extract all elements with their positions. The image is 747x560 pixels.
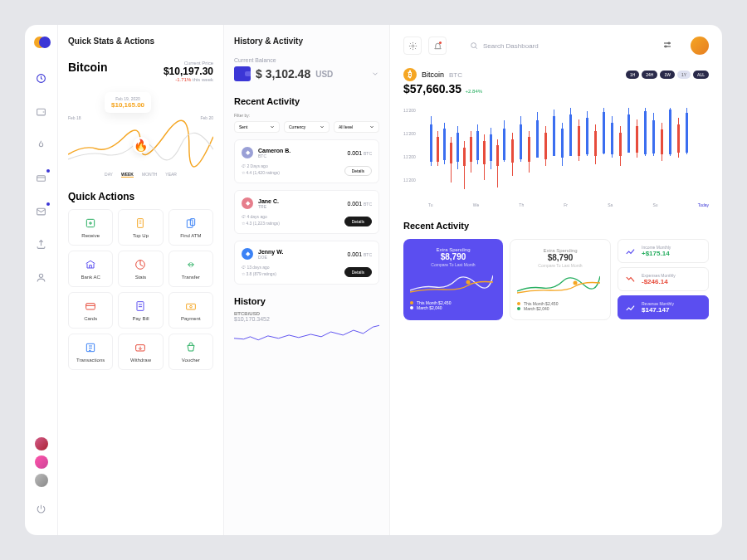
activity-item: ◆Jane C.TRE0.001 BTC⏱ 4 days ago☆ 4.3 (1… [234,190,379,234]
quick-stats-panel: Quick Stats & Actions Bitcoin Current Pr… [58,25,224,535]
chart-up-icon [625,246,637,257]
main-panel: Search Dashboard ₿ Bitcoin BTC 1H 24H 1W… [390,25,722,535]
history-chart: BTCB/USD $10,170.3452 [234,311,379,347]
nav-dashboard-icon[interactable] [32,68,51,88]
quick-action-voucher[interactable]: Voucher [168,334,213,370]
bell-icon[interactable] [428,37,447,55]
asset-header: ₿ Bitcoin BTC 1H 24H 1W 1Y ALL [403,68,709,81]
quick-action-bank-ac[interactable]: Bank AC [68,251,113,287]
income-card[interactable]: Income Monthly+$175.14 [618,239,709,263]
panel-title: History & Activity [234,37,379,46]
svg-point-21 [574,281,578,285]
chevron-down-icon[interactable] [371,66,379,81]
price-change: -1.71% [175,77,191,82]
flame-icon: 🔥 [134,139,148,152]
asset-price: $57,660.35 [403,82,461,95]
balance-currency: USD [315,70,333,79]
quick-action-top-up[interactable]: Top Up [118,209,163,246]
svg-point-13 [189,305,192,308]
history-title: History [234,296,379,306]
search-input[interactable]: Search Dashboard [470,41,539,50]
nav-card-icon[interactable] [32,168,51,187]
svg-rect-2 [37,175,46,181]
time-pill[interactable]: 1H [626,71,639,79]
chart-up-icon [625,302,637,314]
svg-rect-10 [86,304,95,309]
avatar[interactable] [35,455,48,469]
filter-dropdown[interactable]: All level [334,121,379,133]
current-price: $10,197.30 [164,66,213,77]
quick-action-stats[interactable]: Stats [118,251,163,287]
time-pill[interactable]: ALL [693,71,709,79]
svg-point-4 [39,274,42,277]
quick-action-find-atm[interactable]: Find ATM [168,209,213,246]
spending-card[interactable]: Extra Spending $8,790 Compare To Last Mo… [510,239,611,320]
recent-activity-title: Recent Activity [403,221,709,231]
bitcoin-icon: ₿ [403,68,417,81]
activity-item: ◆Cameron B.BTC0.001 BTC⏱ 2 Days ago☆ 4.4… [234,139,379,183]
expenses-card[interactable]: Expenses Monthly-$246.14 [618,267,709,291]
history-panel: History & Activity Current Balance $ 3,1… [224,25,390,535]
quick-actions-title: Quick Actions [68,191,213,202]
sidebar-avatars [35,437,48,487]
range-tabs: DAY WEEK MONTH YEAR [68,172,213,178]
nav-user-icon[interactable] [32,267,51,287]
summary-cards: Income Monthly+$175.14 Expenses Monthly-… [618,239,709,320]
range-tab[interactable]: WEEK [121,172,134,178]
range-tab[interactable]: YEAR [165,172,177,178]
recent-activity-title: Recent Activity [234,96,379,106]
balance-block: Current Balance $ 3,102.48 USD [234,57,379,81]
quick-action-withdraw[interactable]: Withdraw [118,334,163,370]
power-icon[interactable] [32,499,51,519]
tune-icon[interactable] [662,38,672,53]
spending-card[interactable]: Extra Spending $8,790 Compare To Last Mo… [403,239,503,320]
candlestick-chart: 11'200 11'200 11'200 11'200 Tu We Th Fr … [403,108,709,207]
nav-mail-icon[interactable] [32,201,51,221]
sidebar [25,25,58,535]
details-button[interactable]: Details [344,217,372,226]
quick-action-transfer[interactable]: Transfer [168,251,213,287]
activity-item: ◆Jenny W.DOE0.001 BTC⏱ 13 days ago☆ 3.8 … [234,241,379,285]
svg-rect-12 [186,304,195,309]
time-pill[interactable]: 1Y [677,71,691,79]
revenue-card[interactable]: Revenue Monthly$147.147 [618,295,709,319]
logo [34,37,49,51]
range-tab[interactable]: MONTH [142,172,157,178]
avatar[interactable] [35,474,48,487]
nav-upload-icon[interactable] [32,234,51,254]
time-pill[interactable]: 24H [642,71,657,79]
profile-avatar[interactable] [691,37,709,55]
quick-action-cards[interactable]: Cards [68,292,113,329]
quick-actions-grid: ReceiveTop UpFind ATMBank ACStatsTransfe… [68,209,213,370]
range-tab[interactable]: DAY [105,172,113,178]
svg-point-18 [668,42,670,44]
panel-title: Quick Stats & Actions [68,37,213,46]
nav-wallet-icon[interactable] [32,101,51,121]
svg-point-16 [412,45,414,47]
time-pill[interactable]: 1W [660,71,675,79]
wallet-icon [234,66,251,81]
gear-icon[interactable] [403,37,422,55]
filter-dropdown[interactable]: Sent [234,121,280,133]
quick-action-payment[interactable]: Payment [168,292,213,329]
price-chart: Feb 19, 2020 $10,165.00 Feb 18 Feb 20 🔥 [68,87,213,170]
details-button[interactable]: Details [344,267,372,277]
top-bar: Search Dashboard [403,37,709,55]
quick-action-receive[interactable]: Receive [68,209,113,246]
nav-fire-icon[interactable] [32,134,51,154]
svg-point-17 [471,43,476,48]
balance-value: $ 3,102.48 [256,67,310,80]
svg-point-19 [665,46,666,47]
svg-point-20 [466,280,471,285]
details-button[interactable]: Details [344,166,372,176]
filter-dropdown[interactable]: Currency [284,121,330,133]
quick-action-pay-bill[interactable]: Pay Bill [118,292,163,329]
time-pills: 1H 24H 1W 1Y ALL [626,71,709,79]
asset-change: +2.84% [466,89,483,94]
search-icon [470,41,478,50]
chart-down-icon [625,274,637,285]
filter-row: Sent Currency All level [234,121,379,133]
svg-rect-11 [137,302,144,311]
quick-action-transactions[interactable]: Transactions [68,334,113,370]
avatar[interactable] [35,437,48,450]
